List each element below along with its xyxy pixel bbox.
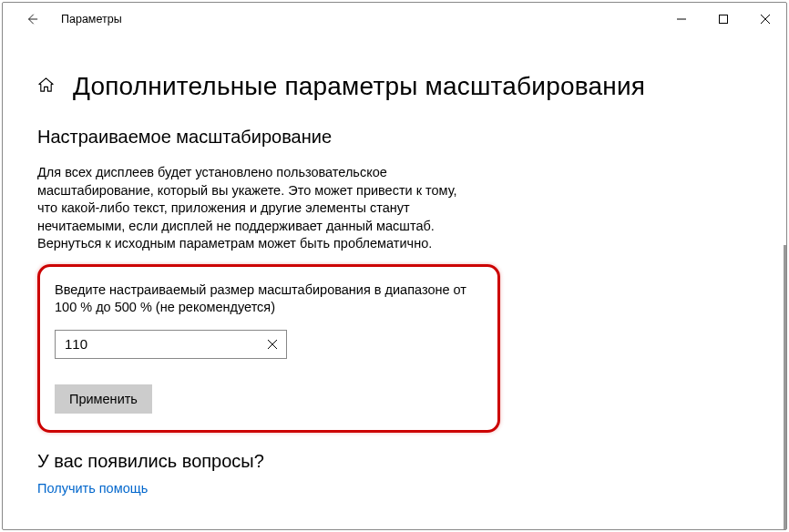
close-icon [761, 15, 770, 24]
arrow-left-icon [26, 13, 38, 26]
page-title: Дополнительные параметры масштабирования [73, 72, 645, 101]
back-button[interactable] [17, 5, 46, 34]
section-description: Для всех дисплеев будет установлено поль… [37, 164, 475, 253]
custom-scaling-box: Введите настраиваемый размер масштабиров… [37, 264, 500, 433]
x-icon [268, 340, 277, 349]
window-title: Параметры [61, 13, 122, 26]
maximize-icon [719, 15, 728, 24]
home-icon[interactable] [37, 77, 55, 97]
questions-title: У вас появились вопросы? [37, 451, 752, 472]
apply-button[interactable]: Применить [55, 384, 152, 414]
maximize-button[interactable] [702, 5, 744, 34]
section-title: Настраиваемое масштабирование [37, 127, 752, 148]
svg-rect-2 [720, 15, 728, 24]
scale-input[interactable] [55, 330, 287, 359]
scrollbar[interactable] [784, 245, 786, 529]
minimize-icon [677, 15, 686, 24]
close-button[interactable] [744, 5, 786, 34]
clear-input-button[interactable] [258, 330, 287, 359]
minimize-button[interactable] [661, 5, 702, 34]
get-help-link[interactable]: Получить помощь [37, 481, 752, 496]
scale-input-label: Введите настраиваемый размер масштабиров… [55, 281, 483, 317]
